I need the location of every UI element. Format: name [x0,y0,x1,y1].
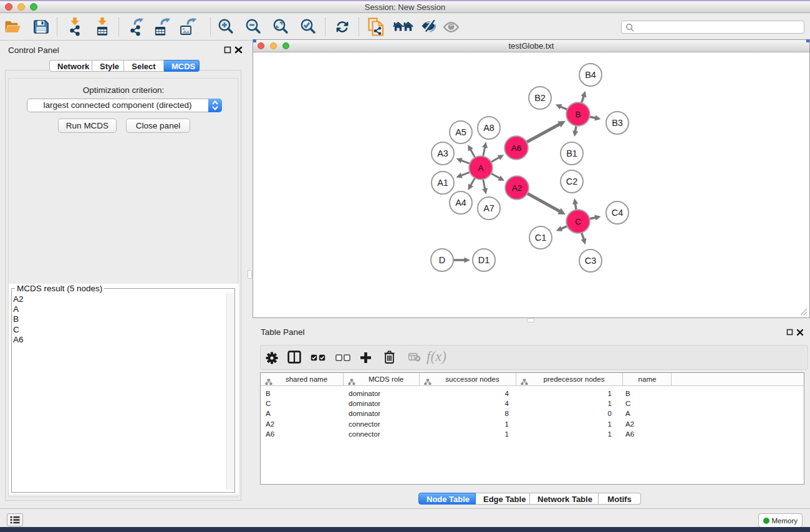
svg-text:A: A [478,163,483,173]
svg-text:A5: A5 [455,127,466,137]
svg-text:B: B [575,110,581,119]
svg-text:A2: A2 [512,183,523,193]
svg-text:B1: B1 [566,148,577,158]
svg-text:C: C [575,217,581,226]
svg-text:B2: B2 [534,93,546,103]
svg-text:B4: B4 [585,70,596,80]
svg-text:A4: A4 [455,198,466,208]
svg-text:A7: A7 [483,203,494,213]
svg-text:A8: A8 [483,123,494,133]
svg-text:A6: A6 [511,143,522,153]
svg-text:D: D [439,255,445,265]
svg-text:C4: C4 [612,208,624,218]
svg-text:B3: B3 [612,118,623,128]
svg-text:A1: A1 [437,178,448,188]
svg-text:D1: D1 [478,255,490,265]
svg-text:C1: C1 [535,233,547,243]
svg-text:C2: C2 [566,177,578,186]
svg-text:A3: A3 [437,148,448,158]
svg-text:C3: C3 [585,256,597,266]
